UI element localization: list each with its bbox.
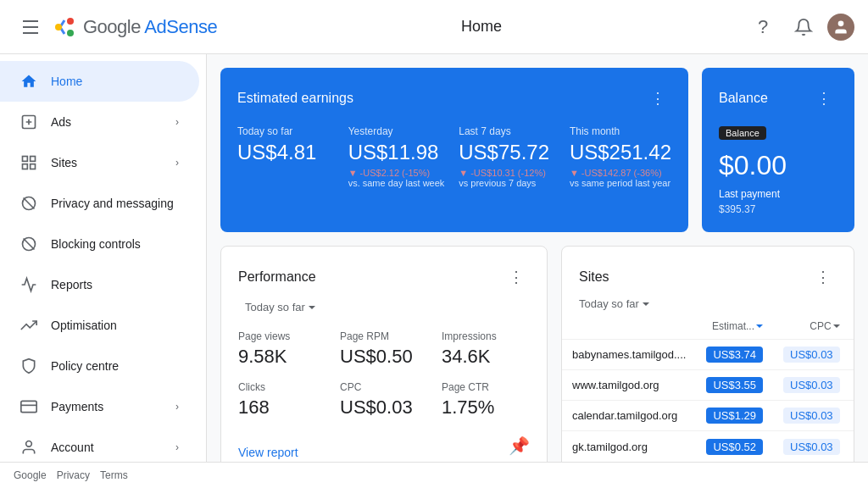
site-cpc: US$0.03 [773,431,850,463]
page-title: Home [217,18,746,36]
hamburger-icon [23,20,38,34]
sort-icon [833,324,840,328]
bottom-row: Performance ⋮ Today so far Page views 9.… [220,246,854,462]
stat-clicks: Clicks 168 [238,381,326,419]
balance-menu-button[interactable]: ⋮ [810,85,837,112]
site-cpc: US$0.03 [773,340,850,370]
header: Google AdSense Home ? [0,0,868,54]
content-area: Estimated earnings ⋮ Today so far US$4.8… [207,54,868,462]
balance-last-payment-value: $395.37 [719,203,837,215]
logo: Google AdSense [51,14,217,41]
sidebar-item-home[interactable]: Home [0,61,199,102]
performance-title: Performance [238,269,316,285]
sites-period-chevron-icon [643,302,649,306]
balance-card-header: Balance ⋮ [719,85,837,112]
earnings-today-value: US$4.81 [237,141,335,164]
site-clicks: 44 [850,401,854,431]
help-button[interactable]: ? [746,10,780,44]
svg-rect-7 [23,164,28,169]
sidebar-item-payments[interactable]: Payments › [0,386,199,427]
site-clicks: 108 [850,370,854,401]
performance-view-report-link[interactable]: View report [238,446,298,459]
svg-point-15 [26,441,32,447]
sites-col-cpc[interactable]: CPC [773,313,850,340]
sites-col-estimate[interactable]: Estimat... [696,313,773,340]
svg-point-3 [838,20,844,26]
sidebar-item-blocking[interactable]: Blocking controls [0,224,199,264]
footer-google: Google [14,469,47,481]
earnings-last7-change: ▼ -US$10.31 (-12%) vs previous 7 days [459,168,556,188]
sidebar-item-privacy[interactable]: Privacy and messaging [0,183,199,224]
sites-menu-button[interactable]: ⋮ [810,263,837,291]
table-row: babynames.tamilgod.... US$3.74 US$0.03 1… [562,340,854,370]
sidebar-item-ads[interactable]: Ads › [0,102,199,142]
sites-table: Estimat... CPC Clicks babynames.tamilgod… [562,313,854,462]
performance-stats-grid: Page views 9.58K Page RPM US$0.50 Impres… [238,330,530,419]
stat-cpc-value: US$0.03 [340,396,428,419]
table-row: www.tamilgod.org US$3.55 US$0.03 108 [562,370,854,401]
stat-page-rpm-value: US$0.50 [340,346,428,368]
ads-icon [20,114,37,130]
performance-menu-button[interactable]: ⋮ [503,263,530,291]
sites-col-name [562,313,696,340]
expand-icon: › [175,401,179,413]
svg-rect-8 [31,164,36,169]
earnings-month-change: ▼ -US$142.87 (-36%) vs same period last … [570,168,671,188]
performance-card-header: Performance ⋮ [238,263,530,291]
payments-icon [20,398,37,415]
sidebar: Home Ads › Sites › [0,54,207,462]
performance-card: Performance ⋮ Today so far Page views 9.… [220,246,548,462]
site-clicks: 146 [850,340,854,370]
svg-rect-6 [31,157,36,162]
earnings-yesterday-value: US$11.98 [348,141,446,164]
menu-button[interactable] [14,10,47,44]
earnings-month-value: US$251.42 [570,141,671,164]
stat-impressions-value: 34.6K [442,346,530,368]
balance-badge: Balance [719,126,766,140]
avatar[interactable] [827,14,854,41]
chevron-down-icon [309,306,315,309]
performance-period-selector[interactable]: Today so far [238,297,530,317]
stat-page-rpm: Page RPM US$0.50 [340,330,428,368]
stat-impressions: Impressions 34.6K [442,330,530,368]
balance-card-title: Balance [719,91,768,106]
earnings-menu-button[interactable]: ⋮ [644,85,671,112]
sidebar-item-policy[interactable]: Policy centre [0,346,199,386]
site-name: calendar.tamilgod.org [562,401,696,431]
account-icon [20,439,37,456]
blocking-icon [20,236,37,252]
sites-col-clicks[interactable]: Clicks [850,313,854,340]
site-estimate: US$3.74 [696,340,773,370]
earnings-last7: Last 7 days US$75.72 ▼ -US$10.31 (-12%) … [459,125,556,188]
earnings-month: This month US$251.42 ▼ -US$142.87 (-36%)… [570,125,671,188]
balance-last-payment-label: Last payment [719,188,837,200]
stat-clicks-value: 168 [238,396,326,419]
balance-card: Balance ⋮ Balance $0.00 Last payment $39… [702,68,854,232]
svg-point-0 [55,24,62,30]
sites-card: Sites ⋮ Today so far Estimat... [561,246,854,462]
svg-rect-13 [21,401,36,412]
earnings-last7-value: US$75.72 [459,141,556,164]
header-actions: ? [746,10,854,44]
bell-icon [794,18,813,36]
svg-rect-5 [23,157,28,162]
sidebar-item-optimisation[interactable]: Optimisation [0,305,199,346]
sites-period: Today so far [579,297,639,310]
footer-privacy-link[interactable]: Privacy [57,469,90,481]
table-row: gk.tamilgod.org US$0.52 US$0.03 W16 [562,431,854,463]
site-name: gk.tamilgod.org [562,431,696,463]
site-estimate: US$1.29 [696,401,773,431]
balance-amount: $0.00 [719,150,837,181]
sidebar-item-sites[interactable]: Sites › [0,142,199,183]
expand-icon: › [175,157,179,169]
google-logo-icon [51,14,78,41]
reports-icon [20,276,37,293]
sidebar-item-account[interactable]: Account › [0,427,199,462]
notifications-button[interactable] [787,10,821,44]
sites-card-header: Sites ⋮ [562,247,854,297]
earnings-card-header: Estimated earnings ⋮ [237,85,671,112]
expand-icon: › [175,441,179,453]
earnings-yesterday-change: ▼ -US$2.12 (-15%) vs. same day last week [348,168,446,188]
sidebar-item-reports[interactable]: Reports [0,264,199,305]
footer-terms-link[interactable]: Terms [100,469,128,481]
